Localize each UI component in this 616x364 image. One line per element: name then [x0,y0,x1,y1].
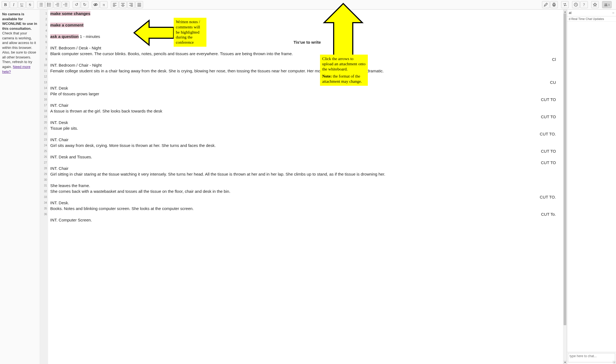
highlighted-note: ask a question [50,34,79,39]
cut-to: CUT TO. [50,131,564,137]
chat-input[interactable] [568,353,615,362]
line-number: 30 [40,177,48,183]
indent-button[interactable] [62,1,69,8]
line-number: 5 [40,34,48,39]
undo-button[interactable]: ↺ [73,1,80,8]
action-line: Girl sitting in chair staring at the tis… [50,171,564,183]
chat-title: at [569,11,571,15]
line-number: 20 [40,120,48,125]
cut-to: CUT TO [50,114,564,120]
scene-heading: INT. Computer Screen. [50,217,564,223]
unordered-list-button[interactable] [45,1,53,8]
action-line: Blank computer screen. The cursor blinks… [50,51,564,57]
cut-to: CUT TO [50,160,564,165]
line-number: 13 [40,79,48,85]
text: 1 - minutes [79,34,100,39]
outdent-button[interactable] [54,1,61,8]
line-number: 36 [40,211,48,217]
scroll-down-button[interactable]: ▾ [563,360,567,364]
line-number: 14 [40,85,48,91]
chat-panel: at − d Real Time Chat Updates [567,10,616,364]
scene-heading: INT. Desk. [50,200,564,206]
align-left-button[interactable] [111,1,119,8]
annotation-callout-upload: Click the arrows to upload an attachment… [320,55,368,86]
line-number: 3 [40,22,48,28]
scene-heading: INT. Chair [50,137,564,143]
chat-header: at − [567,10,616,16]
resize-grip-icon[interactable] [613,361,615,363]
help-button[interactable]: ? [580,1,588,8]
scrollbar-thumb[interactable] [564,13,566,325]
annotation-arrow-left-icon [133,18,176,48]
line-number: 7 [40,45,48,51]
action-line: A tissue is thrown at the girl. She look… [50,108,564,114]
line-number: 6 [40,39,48,45]
scrollbar[interactable]: ▴ ▾ [563,10,567,364]
svg-rect-8 [553,3,555,4]
line-number: 10 [40,62,48,68]
scene-heading: INT. Bedroom / Desk - Night [50,45,564,51]
ordered-list-button[interactable]: 123 [37,1,45,8]
redo-button[interactable]: ↻ [81,1,88,8]
align-right-button[interactable] [127,1,135,8]
line-number: 2 [40,16,48,22]
star-button[interactable] [591,1,599,8]
line-number: 16 [40,97,48,102]
line-number: 25 [40,148,48,154]
import-export-button[interactable] [561,1,569,8]
underline-button[interactable]: U [18,1,26,8]
action-line: Female college student sits in a chair f… [50,68,564,79]
toolbar: B I U S 123 ↺ ↻ π [0,0,616,10]
svg-point-4 [47,4,48,5]
action-line: Pile of tissues grows larger [50,91,564,97]
cut-to: CUT TO. [50,194,564,200]
line-number: 31 [40,183,48,188]
users-button[interactable]: 1 [602,1,612,8]
annotation-callout-comments: Written notes / comments will be highlig… [174,18,206,47]
line-number: 15 [40,91,48,97]
line-number: 24 [40,143,48,148]
scene-heading: INT. Desk and Tissues. [50,154,564,160]
line-number: 29 [40,171,48,177]
align-justify-button[interactable] [135,1,143,8]
line-number: 26 [40,154,48,160]
line-number: 35 [40,206,48,211]
svg-point-12 [606,4,607,5]
align-center-button[interactable] [119,1,127,8]
highlighted-note: make some changes [50,11,90,16]
action-line: She comes back with a wastebasket and to… [50,188,564,194]
chat-messages [567,22,616,352]
chat-subtitle: d Real Time Chat Updates [567,16,616,22]
highlighted-note: make a comment [50,23,84,27]
line-number: 11 [40,68,48,74]
action-line: Girl sits away from desk, crying. More t… [50,143,564,148]
editor: 1234567891011121314151617181920212223242… [40,10,567,364]
document-area[interactable]: make some changes make a comment ask a q… [48,10,567,364]
chat-minimize-button[interactable]: − [612,11,614,15]
draw-button[interactable] [542,1,550,8]
equation-button[interactable]: π [100,1,108,8]
document-title: Tis'ue to write [50,39,564,45]
visibility-toggle-button[interactable] [92,1,99,8]
camera-notice-bold: No camera is available for WCONLINE to u… [2,12,37,31]
camera-notice-panel: No camera is available for WCONLINE to u… [0,10,40,364]
line-number: 27 [40,160,48,165]
line-number: 1 [40,11,48,16]
history-button[interactable] [572,1,580,8]
line-number: 19 [40,114,48,120]
strikethrough-button[interactable]: S [26,1,34,8]
line-number: 28 [40,165,48,171]
cut-to: CUT TO [50,97,564,102]
annotation-arrow-up-icon [323,2,364,57]
bold-button[interactable]: B [2,1,9,8]
svg-point-3 [47,3,48,4]
italic-button[interactable]: I [10,1,17,8]
line-number: 21 [40,125,48,131]
line-number: 32 [40,188,48,194]
print-button[interactable] [550,1,558,8]
users-count: 1 [608,3,610,6]
line-number: 17 [40,102,48,108]
scroll-up-button[interactable]: ▴ [563,10,567,13]
line-number: 4 [40,28,48,34]
line-number: 9 [40,57,48,62]
